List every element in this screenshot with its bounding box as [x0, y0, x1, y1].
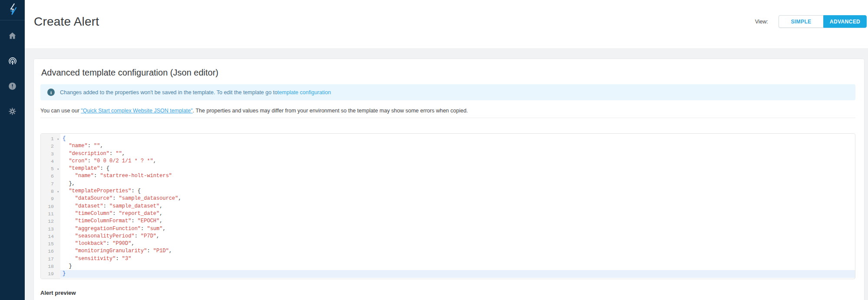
editor-code-text[interactable]: "timeColumnFormat": "EPOCH", — [60, 218, 855, 225]
editor-line[interactable]: 1▾{ — [41, 135, 855, 142]
editor-line-number[interactable]: 13 — [41, 225, 60, 233]
editor-line-number[interactable]: 10 — [41, 203, 60, 210]
editor-line-number[interactable]: 2 — [41, 142, 60, 150]
view-toggle-group: View: SIMPLE ADVANCED — [755, 15, 867, 28]
fold-toggle-icon[interactable]: ▾ — [57, 165, 59, 173]
editor-line[interactable]: 12 "timeColumnFormat": "EPOCH", — [41, 218, 855, 225]
editor-line[interactable]: 11 "timeColumn": "report_date", — [41, 210, 855, 218]
sidebar-item-alerts[interactable] — [0, 49, 25, 74]
editor-line[interactable]: 4 "cron": "0 0 0/2 1/1 * ? *", — [41, 158, 855, 165]
view-segmented-control: SIMPLE ADVANCED — [779, 15, 867, 28]
template-configuration-link[interactable]: template configuration — [277, 89, 331, 96]
editor-line-number[interactable]: 1▾ — [41, 135, 60, 142]
editor-line-number[interactable]: 16 — [41, 247, 60, 255]
editor-line-number[interactable]: 19 — [41, 270, 60, 277]
editor-code-text[interactable]: "dataset": "sample_dataset", — [60, 203, 855, 210]
editor-line-number[interactable]: 17 — [41, 255, 60, 263]
sidebar-item-home[interactable] — [0, 24, 25, 49]
editor-code-text[interactable]: "description": "", — [60, 150, 855, 158]
sidebar — [0, 0, 25, 300]
editor-line[interactable]: 3 "description": "", — [41, 150, 855, 158]
home-icon — [8, 31, 17, 42]
json-editor[interactable]: 1▾{2 "name": "",3 "description": "",4 "c… — [40, 133, 855, 279]
main-column: Create Alert View: SIMPLE ADVANCED Advan… — [25, 0, 868, 300]
editor-code-text[interactable]: "template": { — [60, 165, 855, 172]
app-logo[interactable] — [0, 0, 25, 20]
editor-line[interactable]: 16 "monitoringGranularity": "P1D", — [41, 247, 855, 255]
editor-line-number[interactable]: 3 — [41, 150, 60, 158]
info-banner: i Changes added to the properties won't … — [40, 84, 855, 100]
editor-code-text[interactable]: "dataSource": "sample_datasource", — [60, 195, 855, 202]
editor-line-number[interactable]: 14 — [41, 233, 60, 240]
editor-line[interactable]: 18 } — [41, 263, 855, 270]
editor-code-text[interactable]: { — [60, 135, 855, 142]
card-heading: Advanced template configuration (Json ed… — [41, 66, 855, 79]
view-advanced-button[interactable]: ADVANCED — [823, 15, 867, 28]
editor-code-text[interactable]: "monitoringGranularity": "P1D", — [60, 247, 855, 255]
alert-circle-icon — [8, 82, 17, 92]
editor-line-number[interactable]: 5▾ — [41, 165, 60, 172]
sidebar-nav — [0, 20, 25, 125]
gear-icon — [8, 107, 17, 117]
editor-code-text[interactable]: }, — [60, 180, 855, 188]
editor-code-text[interactable]: "aggregationFunction": "sum", — [60, 225, 855, 233]
editor-code-text[interactable]: "lookback": "P90D", — [60, 240, 855, 247]
editor-line[interactable]: 8▾ "templateProperties": { — [41, 188, 855, 195]
editor-code-text[interactable]: "templateProperties": { — [60, 188, 855, 195]
editor-line[interactable]: 10 "dataset": "sample_dataset", — [41, 203, 855, 210]
page-title: Create Alert — [34, 15, 99, 29]
editor-code-text[interactable]: "timeColumn": "report_date", — [60, 210, 855, 218]
broadcast-icon — [7, 56, 18, 68]
editor-code-text[interactable]: "sensitivity": "3" — [60, 255, 855, 263]
editor-line-number[interactable]: 7 — [41, 180, 60, 188]
editor-line[interactable]: 14 "seasonalityPeriod": "P7D", — [41, 233, 855, 240]
view-label: View: — [755, 19, 768, 25]
editor-code-text[interactable]: } — [60, 270, 855, 277]
editor-line-number[interactable]: 6 — [41, 172, 60, 180]
editor-line-number[interactable]: 9 — [41, 195, 60, 202]
editor-line-number[interactable]: 12 — [41, 218, 60, 225]
editor-code-text[interactable]: "cron": "0 0 0/2 1/1 * ? *", — [60, 158, 855, 165]
editor-line[interactable]: 5▾ "template": { — [41, 165, 855, 172]
fold-toggle-icon[interactable]: ▾ — [57, 135, 59, 143]
editor-line[interactable]: 15 "lookback": "P90D", — [41, 240, 855, 247]
editor-code-text[interactable]: "seasonalityPeriod": "P7D", — [60, 233, 855, 240]
page-header: Create Alert View: SIMPLE ADVANCED — [25, 0, 868, 48]
editor-code-text[interactable]: "name": "startree-holt-winters" — [60, 172, 855, 180]
editor-line[interactable]: 7 }, — [41, 180, 855, 188]
editor-line[interactable]: 9 "dataSource": "sample_datasource", — [41, 195, 855, 202]
app-root: Create Alert View: SIMPLE ADVANCED Advan… — [0, 0, 868, 300]
advanced-config-card: Advanced template configuration (Json ed… — [33, 59, 865, 300]
editor-line-number[interactable]: 4 — [41, 158, 60, 165]
editor-code-text[interactable]: } — [60, 263, 855, 270]
editor-line-number[interactable]: 11 — [41, 210, 60, 218]
editor-line[interactable]: 19} — [41, 270, 855, 277]
sidebar-item-configuration[interactable] — [0, 99, 25, 125]
info-banner-text: Changes added to the properties won't be… — [60, 89, 331, 96]
section-divider — [40, 118, 855, 118]
editor-code-text[interactable]: "name": "", — [60, 142, 855, 150]
sidebar-item-anomalies[interactable] — [0, 74, 25, 99]
page-body: Advanced template configuration (Json ed… — [25, 48, 868, 300]
fold-toggle-icon[interactable]: ▾ — [57, 188, 59, 195]
editor-line[interactable]: 17 "sensitivity": "3" — [41, 255, 855, 263]
lightning-bolt-icon — [6, 3, 19, 17]
info-icon: i — [47, 89, 55, 96]
editor-line[interactable]: 13 "aggregationFunction": "sum", — [41, 225, 855, 233]
editor-line[interactable]: 2 "name": "", — [41, 142, 855, 150]
intro-paragraph: You can use our "Quick Start complex Web… — [40, 108, 855, 114]
editor-line[interactable]: 6 "name": "startree-holt-winters" — [41, 172, 855, 180]
alert-preview-title: Alert preview — [40, 290, 855, 296]
view-simple-button[interactable]: SIMPLE — [779, 15, 823, 28]
editor-line-number[interactable]: 15 — [41, 240, 60, 247]
editor-line-number[interactable]: 18 — [41, 263, 60, 270]
editor-line-number[interactable]: 8▾ — [41, 188, 60, 195]
quick-start-template-link[interactable]: "Quick Start complex Website JSON templa… — [81, 108, 192, 114]
